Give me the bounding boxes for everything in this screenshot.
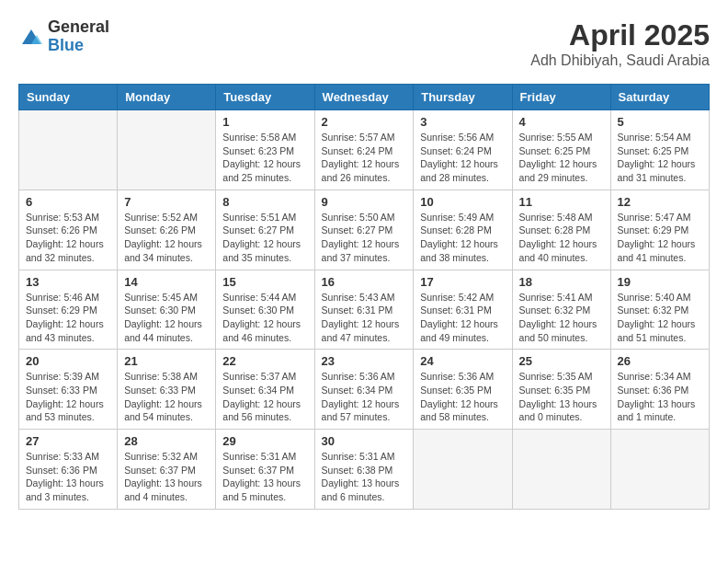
day-detail: Sunrise: 5:48 AMSunset: 6:28 PMDaylight:… bbox=[519, 211, 604, 265]
day-detail: Sunrise: 5:36 AMSunset: 6:35 PMDaylight:… bbox=[420, 370, 505, 424]
calendar-cell: 22Sunrise: 5:37 AMSunset: 6:34 PMDayligh… bbox=[216, 350, 314, 430]
calendar-cell: 11Sunrise: 5:48 AMSunset: 6:28 PMDayligh… bbox=[512, 190, 610, 270]
day-detail: Sunrise: 5:49 AMSunset: 6:28 PMDaylight:… bbox=[420, 211, 505, 265]
calendar-cell: 10Sunrise: 5:49 AMSunset: 6:28 PMDayligh… bbox=[414, 190, 512, 270]
weekday-header-wednesday: Wednesday bbox=[314, 85, 414, 110]
day-number: 29 bbox=[222, 434, 307, 448]
weekday-header-row: SundayMondayTuesdayWednesdayThursdayFrid… bbox=[19, 85, 710, 110]
calendar-cell bbox=[19, 110, 118, 190]
day-number: 6 bbox=[26, 195, 110, 209]
day-number: 15 bbox=[222, 275, 307, 289]
day-number: 19 bbox=[618, 275, 702, 289]
logo-general-text: General bbox=[48, 18, 109, 37]
calendar-cell: 9Sunrise: 5:50 AMSunset: 6:27 PMDaylight… bbox=[314, 190, 414, 270]
calendar-cell bbox=[414, 430, 512, 510]
calendar-cell: 14Sunrise: 5:45 AMSunset: 6:30 PMDayligh… bbox=[118, 270, 216, 350]
calendar-cell: 16Sunrise: 5:43 AMSunset: 6:31 PMDayligh… bbox=[314, 270, 414, 350]
day-number: 25 bbox=[519, 354, 604, 368]
calendar-cell: 24Sunrise: 5:36 AMSunset: 6:35 PMDayligh… bbox=[414, 350, 512, 430]
day-detail: Sunrise: 5:44 AMSunset: 6:30 PMDaylight:… bbox=[222, 291, 307, 345]
day-detail: Sunrise: 5:42 AMSunset: 6:31 PMDaylight:… bbox=[420, 291, 505, 345]
day-detail: Sunrise: 5:51 AMSunset: 6:27 PMDaylight:… bbox=[222, 211, 307, 265]
day-number: 26 bbox=[618, 354, 702, 368]
day-number: 10 bbox=[420, 195, 505, 209]
day-detail: Sunrise: 5:45 AMSunset: 6:30 PMDaylight:… bbox=[124, 291, 209, 345]
calendar-week-row: 27Sunrise: 5:33 AMSunset: 6:36 PMDayligh… bbox=[19, 430, 710, 510]
calendar-cell: 7Sunrise: 5:52 AMSunset: 6:26 PMDaylight… bbox=[118, 190, 216, 270]
day-detail: Sunrise: 5:50 AMSunset: 6:27 PMDaylight:… bbox=[322, 211, 407, 265]
calendar-cell: 4Sunrise: 5:55 AMSunset: 6:25 PMDaylight… bbox=[512, 110, 610, 190]
calendar-cell: 17Sunrise: 5:42 AMSunset: 6:31 PMDayligh… bbox=[414, 270, 512, 350]
day-number: 11 bbox=[519, 195, 604, 209]
page-header: General Blue April 2025 Adh Dhibiyah, Sa… bbox=[18, 18, 710, 69]
title-area: April 2025 Adh Dhibiyah, Saudi Arabia bbox=[530, 18, 710, 69]
calendar-cell: 29Sunrise: 5:31 AMSunset: 6:37 PMDayligh… bbox=[216, 430, 314, 510]
calendar-week-row: 6Sunrise: 5:53 AMSunset: 6:26 PMDaylight… bbox=[19, 190, 710, 270]
day-detail: Sunrise: 5:46 AMSunset: 6:29 PMDaylight:… bbox=[26, 291, 110, 345]
day-number: 14 bbox=[124, 275, 209, 289]
day-detail: Sunrise: 5:58 AMSunset: 6:23 PMDaylight:… bbox=[222, 131, 307, 185]
calendar-table: SundayMondayTuesdayWednesdayThursdayFrid… bbox=[18, 84, 710, 510]
day-detail: Sunrise: 5:53 AMSunset: 6:26 PMDaylight:… bbox=[26, 211, 110, 265]
day-detail: Sunrise: 5:39 AMSunset: 6:33 PMDaylight:… bbox=[26, 370, 110, 424]
weekday-header-sunday: Sunday bbox=[19, 85, 118, 110]
day-number: 18 bbox=[519, 275, 604, 289]
day-detail: Sunrise: 5:37 AMSunset: 6:34 PMDaylight:… bbox=[222, 370, 307, 424]
day-detail: Sunrise: 5:54 AMSunset: 6:25 PMDaylight:… bbox=[618, 131, 702, 185]
month-title: April 2025 bbox=[530, 18, 710, 52]
day-number: 4 bbox=[519, 115, 604, 129]
day-number: 8 bbox=[222, 195, 307, 209]
day-detail: Sunrise: 5:52 AMSunset: 6:26 PMDaylight:… bbox=[124, 211, 209, 265]
calendar-cell: 19Sunrise: 5:40 AMSunset: 6:32 PMDayligh… bbox=[610, 270, 709, 350]
weekday-header-thursday: Thursday bbox=[414, 85, 512, 110]
calendar-cell bbox=[118, 110, 216, 190]
day-number: 2 bbox=[322, 115, 407, 129]
day-number: 9 bbox=[322, 195, 407, 209]
calendar-cell: 8Sunrise: 5:51 AMSunset: 6:27 PMDaylight… bbox=[216, 190, 314, 270]
calendar-cell: 28Sunrise: 5:32 AMSunset: 6:37 PMDayligh… bbox=[118, 430, 216, 510]
calendar-cell: 18Sunrise: 5:41 AMSunset: 6:32 PMDayligh… bbox=[512, 270, 610, 350]
day-detail: Sunrise: 5:38 AMSunset: 6:33 PMDaylight:… bbox=[124, 370, 209, 424]
day-number: 3 bbox=[420, 115, 505, 129]
day-detail: Sunrise: 5:31 AMSunset: 6:37 PMDaylight:… bbox=[222, 450, 307, 504]
day-detail: Sunrise: 5:47 AMSunset: 6:29 PMDaylight:… bbox=[618, 211, 702, 265]
day-number: 12 bbox=[618, 195, 702, 209]
day-detail: Sunrise: 5:31 AMSunset: 6:38 PMDaylight:… bbox=[322, 450, 407, 504]
calendar-cell: 21Sunrise: 5:38 AMSunset: 6:33 PMDayligh… bbox=[118, 350, 216, 430]
logo-icon bbox=[18, 24, 44, 50]
calendar-cell: 5Sunrise: 5:54 AMSunset: 6:25 PMDaylight… bbox=[610, 110, 709, 190]
calendar-week-row: 13Sunrise: 5:46 AMSunset: 6:29 PMDayligh… bbox=[19, 270, 710, 350]
day-number: 13 bbox=[26, 275, 110, 289]
calendar-cell: 20Sunrise: 5:39 AMSunset: 6:33 PMDayligh… bbox=[19, 350, 118, 430]
day-detail: Sunrise: 5:43 AMSunset: 6:31 PMDaylight:… bbox=[322, 291, 407, 345]
day-detail: Sunrise: 5:34 AMSunset: 6:36 PMDaylight:… bbox=[618, 370, 702, 424]
day-detail: Sunrise: 5:33 AMSunset: 6:36 PMDaylight:… bbox=[26, 450, 110, 504]
day-number: 27 bbox=[26, 434, 110, 448]
day-number: 20 bbox=[26, 354, 110, 368]
day-number: 24 bbox=[420, 354, 505, 368]
day-number: 23 bbox=[322, 354, 407, 368]
day-number: 1 bbox=[222, 115, 307, 129]
weekday-header-saturday: Saturday bbox=[610, 85, 709, 110]
day-detail: Sunrise: 5:36 AMSunset: 6:34 PMDaylight:… bbox=[322, 370, 407, 424]
weekday-header-friday: Friday bbox=[512, 85, 610, 110]
calendar-cell: 3Sunrise: 5:56 AMSunset: 6:24 PMDaylight… bbox=[414, 110, 512, 190]
weekday-header-tuesday: Tuesday bbox=[216, 85, 314, 110]
calendar-cell: 13Sunrise: 5:46 AMSunset: 6:29 PMDayligh… bbox=[19, 270, 118, 350]
logo: General Blue bbox=[18, 18, 109, 55]
calendar-week-row: 20Sunrise: 5:39 AMSunset: 6:33 PMDayligh… bbox=[19, 350, 710, 430]
day-detail: Sunrise: 5:56 AMSunset: 6:24 PMDaylight:… bbox=[420, 131, 505, 185]
day-detail: Sunrise: 5:32 AMSunset: 6:37 PMDaylight:… bbox=[124, 450, 209, 504]
day-number: 17 bbox=[420, 275, 505, 289]
day-number: 21 bbox=[124, 354, 209, 368]
calendar-cell: 12Sunrise: 5:47 AMSunset: 6:29 PMDayligh… bbox=[610, 190, 709, 270]
day-detail: Sunrise: 5:35 AMSunset: 6:35 PMDaylight:… bbox=[519, 370, 604, 424]
calendar-cell: 27Sunrise: 5:33 AMSunset: 6:36 PMDayligh… bbox=[19, 430, 118, 510]
day-detail: Sunrise: 5:40 AMSunset: 6:32 PMDaylight:… bbox=[618, 291, 702, 345]
calendar-cell: 1Sunrise: 5:58 AMSunset: 6:23 PMDaylight… bbox=[216, 110, 314, 190]
day-detail: Sunrise: 5:57 AMSunset: 6:24 PMDaylight:… bbox=[322, 131, 407, 185]
weekday-header-monday: Monday bbox=[118, 85, 216, 110]
calendar-cell: 2Sunrise: 5:57 AMSunset: 6:24 PMDaylight… bbox=[314, 110, 414, 190]
calendar-cell bbox=[512, 430, 610, 510]
day-detail: Sunrise: 5:41 AMSunset: 6:32 PMDaylight:… bbox=[519, 291, 604, 345]
